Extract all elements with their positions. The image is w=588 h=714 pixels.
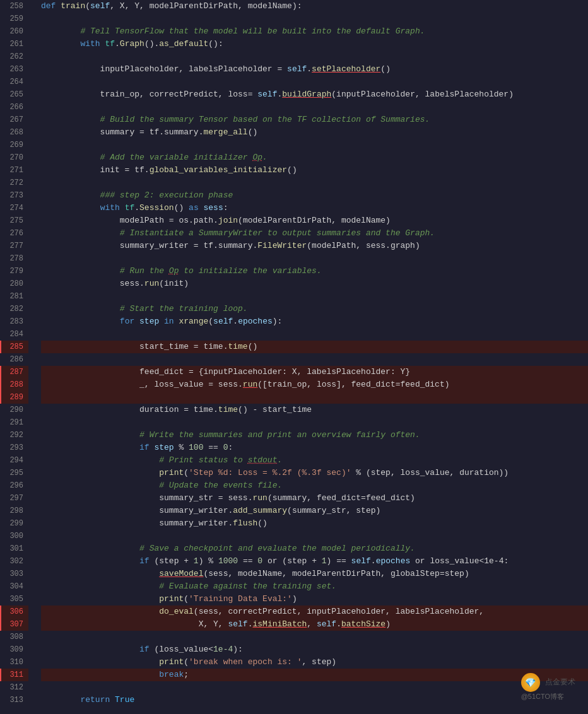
code-line: # Evaluate against the training set. [41, 580, 588, 593]
line-number: 270 [0, 151, 28, 164]
code-line [41, 328, 588, 341]
line-number: 303 [0, 568, 28, 580]
line-number: 264 [0, 76, 28, 88]
line-number: 284 [0, 328, 28, 341]
code-line: # Build the summary Tensor based on the … [41, 114, 588, 126]
code-line [41, 50, 588, 63]
line-number: 287 [0, 366, 28, 378]
code-line: with tf.Session() as sess: [41, 202, 588, 214]
line-number: 311 [0, 669, 28, 681]
code-line: with tf.Graph().as_default(): [41, 38, 588, 50]
line-number: 288 [0, 378, 28, 391]
code-line: print('Step %d: Loss = %.2f (%.3f sec)' … [41, 467, 588, 479]
line-number: 300 [0, 530, 28, 542]
code-line: summary_writer.flush() [41, 517, 588, 530]
line-number: 278 [0, 252, 28, 265]
line-number: 290 [0, 404, 28, 416]
line-number: 274 [0, 202, 28, 214]
line-number: 262 [0, 50, 28, 63]
line-number: 275 [0, 214, 28, 227]
code-line: # Tell TensorFlow that the model will be… [41, 25, 588, 38]
code-line: inputPlaceholder, labelsPlaceholder = se… [41, 63, 588, 76]
line-number: 282 [0, 303, 28, 315]
line-number: 273 [0, 189, 28, 202]
code-line: print('Training Data Eval:') [41, 593, 588, 606]
line-number: 292 [0, 429, 28, 442]
line-number: 302 [0, 555, 28, 568]
code-line: # Add the variable initializer Op. [41, 151, 588, 164]
line-number: 277 [0, 240, 28, 252]
line-number: 307 [0, 618, 28, 631]
code-line: # Save a checkpoint and evaluate the mod… [41, 542, 588, 555]
line-number: 258 [0, 0, 28, 13]
code-line [41, 252, 588, 265]
line-number: 280 [0, 278, 28, 290]
line-number: 269 [0, 139, 28, 151]
line-number: 301 [0, 542, 28, 555]
code-line: # Start the training loop. [41, 303, 588, 315]
line-number: 286 [0, 353, 28, 366]
line-number: 297 [0, 492, 28, 505]
code-line [41, 353, 588, 366]
code-line [41, 530, 588, 542]
code-line: summary_writer.add_summary(summary_str, … [41, 505, 588, 517]
line-number: 294 [0, 454, 28, 467]
code-line: ### step 2: execution phase [41, 189, 588, 202]
watermark-text: 点金要术 [545, 677, 575, 686]
code-editor: 2582592602612622632642652662672682692702… [0, 0, 588, 714]
line-number: 308 [0, 631, 28, 643]
line-number: 306 [0, 606, 28, 618]
code-line: # Instantiate a SummaryWriter to output … [41, 227, 588, 240]
code-line: if (loss_value<1e-4): [41, 643, 588, 656]
code-line: saveModel(sess, modelName, modelParentDi… [41, 568, 588, 580]
code-line [41, 416, 588, 429]
code-line: break; [41, 669, 588, 681]
line-number: 293 [0, 442, 28, 454]
code-line: _, loss_value = sess.run([train_op, loss… [41, 378, 588, 391]
line-number: 304 [0, 580, 28, 593]
line-number: 296 [0, 479, 28, 492]
code-line [41, 631, 588, 643]
code-line: # Update the events file. [41, 479, 588, 492]
line-number: 268 [0, 126, 28, 139]
code-line: init = tf.global_variables_initializer() [41, 164, 588, 177]
line-number: 271 [0, 164, 28, 177]
code-line: summary_str = sess.run(summary, feed_dic… [41, 492, 588, 505]
code-line [41, 101, 588, 114]
code-line [41, 177, 588, 189]
code-line: # Write the summaries and print an overv… [41, 429, 588, 442]
code-line: for step in xrange(self.epoches): [41, 315, 588, 328]
line-number: 285 [0, 341, 28, 353]
line-number: 298 [0, 505, 28, 517]
code-line: print('break when epoch is: ', step) [41, 656, 588, 669]
code-line: # Print status to stdout. [41, 454, 588, 467]
line-number: 283 [0, 315, 28, 328]
code-area[interactable]: def train(self, X, Y, modelParentDirPath… [35, 0, 588, 714]
code-line [41, 681, 588, 694]
line-number: 310 [0, 656, 28, 669]
line-number-gutter: 2582592602612622632642652662672682692702… [0, 0, 35, 714]
line-number: 263 [0, 63, 28, 76]
line-number: 312 [0, 681, 28, 694]
line-number: 289 [0, 391, 28, 404]
line-number: 309 [0, 643, 28, 656]
line-number: 265 [0, 88, 28, 101]
line-number: 279 [0, 265, 28, 278]
code-line: # Run the Op to initialize the variables… [41, 265, 588, 278]
code-line: modelPath = os.path.join(modelParentDirP… [41, 214, 588, 227]
code-line: feed_dict = {inputPlaceholder: X, labels… [41, 366, 588, 378]
code-line: do_eval(sess, correctPredict, inputPlace… [41, 606, 588, 618]
line-number: 266 [0, 101, 28, 114]
watermark-subtext: @51CTO博客 [521, 693, 564, 700]
line-number: 299 [0, 517, 28, 530]
line-number: 291 [0, 416, 28, 429]
code-line [41, 391, 588, 404]
code-line: summary_writer = tf.summary.FileWriter(m… [41, 240, 588, 252]
code-line: sess.run(init) [41, 278, 588, 290]
code-line: summary = tf.summary.merge_all() [41, 126, 588, 139]
code-line: train_op, correctPredict, loss= self.bui… [41, 88, 588, 101]
code-line [41, 76, 588, 88]
code-line: start_time = time.time() [41, 341, 588, 353]
code-line [41, 139, 588, 151]
code-line [41, 290, 588, 303]
